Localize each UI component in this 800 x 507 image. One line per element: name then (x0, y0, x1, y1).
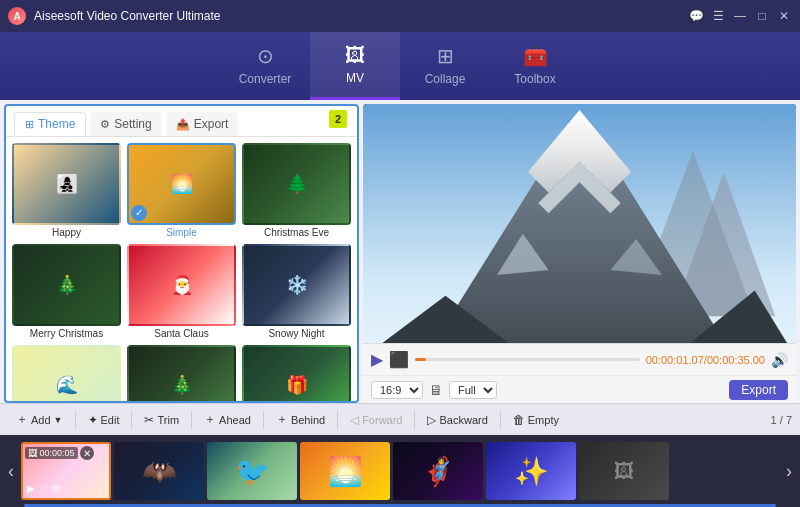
empty-label: Empty (528, 414, 559, 426)
panel-tab-export[interactable]: 📤 Export (166, 112, 239, 136)
theme-item-christmas-tree[interactable]: 🎄 Christmas Tree (127, 345, 236, 402)
theme-item-simple[interactable]: 🌅 ✓ Simple (127, 143, 236, 238)
theme-item-christmas-eve[interactable]: 🌲 Christmas Eve (242, 143, 351, 238)
preview-controls: ▶ ⬛ 00:00:01.07/00:00:35.00 🔊 (363, 343, 796, 375)
setting-tab-icon: ⚙ (100, 118, 110, 131)
behind-label: Behind (291, 414, 325, 426)
theme-thumb-santa-claus: 🎅 (127, 244, 236, 326)
selected-check-icon: ✓ (131, 205, 147, 221)
theme-item-snowy-night[interactable]: ❄️ Snowy Night (242, 244, 351, 339)
preview-area (363, 104, 796, 343)
ahead-button[interactable]: ＋ Ahead (196, 408, 259, 431)
title-bar: A Aiseesoft Video Converter Ultimate 💬 ☰… (0, 0, 800, 32)
menu-button[interactable]: ☰ (710, 8, 726, 24)
title-bar-controls: 💬 ☰ — □ ✕ (688, 8, 792, 24)
christmas-eve-preview: 🌲 (244, 145, 349, 223)
timeline-item-2[interactable]: 🦇 (114, 442, 204, 500)
theme-label-simple: Simple (166, 227, 197, 238)
export-tab-icon: 📤 (176, 118, 190, 131)
empty-button[interactable]: 🗑 Empty (505, 410, 567, 430)
trim-icon: ✂ (144, 413, 154, 427)
tab-toolbox[interactable]: 🧰 Toolbox (490, 32, 580, 100)
stripes-preview: 🌊 (14, 347, 119, 402)
theme-item-happy[interactable]: 👩‍👧‍👦 Happy (12, 143, 121, 238)
panel-tabs: ⊞ Theme ⚙ Setting 📤 Export 2 (6, 106, 357, 137)
page-indicator: 1 / 7 (771, 414, 792, 426)
play-button[interactable]: ▶ (371, 350, 383, 369)
backward-icon: ▷ (427, 413, 436, 427)
santa-preview: 🎅 (129, 246, 234, 324)
converter-icon: ⊙ (257, 44, 274, 68)
add-icon: ＋ (16, 411, 28, 428)
timeline-item-6[interactable]: ✨ (486, 442, 576, 500)
tab-mv-label: MV (346, 71, 364, 85)
timeline-item-7[interactable]: 🖼 (579, 442, 669, 500)
theme-label-christmas-eve: Christmas Eve (264, 227, 329, 238)
left-panel: ⊞ Theme ⚙ Setting 📤 Export 2 👩‍👧‍👦 (4, 104, 359, 403)
theme-item-santa-claus[interactable]: 🎅 Santa Claus (127, 244, 236, 339)
behind-button[interactable]: ＋ Behind (268, 408, 333, 431)
theme-thumb-snowy-night: ❄️ (242, 244, 351, 326)
timeline: ‹ 🖼 00:00:05 ✕ ▶ ☆ ⚙ 🦇 🐦 (0, 435, 800, 507)
edit-button[interactable]: ✦ Edit (80, 410, 128, 430)
backward-button[interactable]: ▷ Backward (419, 410, 495, 430)
theme-thumb-beautiful-christmas: 🎁 (242, 345, 351, 402)
backward-label: Backward (439, 414, 487, 426)
timeline-next[interactable]: › (782, 461, 796, 482)
timeline-item-1[interactable]: 🖼 00:00:05 ✕ ▶ ☆ ⚙ (21, 442, 111, 500)
theme-item-stripes-waves[interactable]: 🌊 Stripes & Waves (12, 345, 121, 402)
theme-thumb-happy: 👩‍👧‍👦 (12, 143, 121, 225)
app-logo: A (8, 7, 26, 25)
toolbar-sep-5 (337, 411, 338, 429)
volume-icon[interactable]: 🔊 (771, 352, 788, 368)
maximize-button[interactable]: □ (754, 8, 770, 24)
timeline-item-4[interactable]: 🌅 (300, 442, 390, 500)
theme-item-beautiful-christmas[interactable]: 🎁 Beautiful Christmas (242, 345, 351, 402)
main-content: ⊞ Theme ⚙ Setting 📤 Export 2 👩‍👧‍👦 (0, 100, 800, 507)
beautiful-preview: 🎁 (244, 347, 349, 402)
add-label: Add (31, 414, 51, 426)
add-dropdown-icon: ▼ (54, 415, 63, 425)
panel-tab-theme[interactable]: ⊞ Theme (14, 112, 86, 136)
app-title: Aiseesoft Video Converter Ultimate (34, 9, 688, 23)
timeline-item-5[interactable]: 🦸 (393, 442, 483, 500)
theme-grid: 👩‍👧‍👦 Happy 🌅 ✓ Simple 🌲 (6, 137, 357, 401)
happy-preview: 👩‍👧‍👦 (14, 145, 119, 223)
toolbar-sep-6 (414, 411, 415, 429)
setting-tab-label: Setting (114, 117, 151, 131)
tab-collage[interactable]: ⊞ Collage (400, 32, 490, 100)
time-current: 00:00:01.07 (646, 354, 704, 366)
close-button[interactable]: ✕ (776, 8, 792, 24)
zoom-select[interactable]: Full (449, 381, 497, 399)
minimize-button[interactable]: — (732, 8, 748, 24)
merry-christmas-preview: 🎄 (14, 246, 119, 324)
forward-icon: ◁ (350, 413, 359, 427)
forward-button[interactable]: ◁ Forward (342, 410, 410, 430)
chat-button[interactable]: 💬 (688, 8, 704, 24)
toolbox-icon: 🧰 (523, 44, 548, 68)
theme-item-merry-christmas[interactable]: 🎄 Merry Christmas (12, 244, 121, 339)
time-display: 00:00:01.07/00:00:35.00 (646, 354, 765, 366)
timeline-item-3[interactable]: 🐦 (207, 442, 297, 500)
trim-button[interactable]: ✂ Trim (136, 410, 187, 430)
tl-time-1: 🖼 00:00:05 (25, 447, 78, 459)
aspect-ratio-select[interactable]: 16:9 (371, 381, 423, 399)
progress-bar[interactable] (415, 358, 640, 361)
panel-tab-setting[interactable]: ⚙ Setting (90, 112, 161, 136)
add-button[interactable]: ＋ Add ▼ (8, 408, 71, 431)
tl-overlay-1: 🖼 00:00:05 ✕ (25, 446, 109, 460)
empty-icon: 🗑 (513, 413, 525, 427)
stop-button[interactable]: ⬛ (389, 350, 409, 369)
export-tab-label: Export (194, 117, 229, 131)
toolbar-sep-4 (263, 411, 264, 429)
tab-mv[interactable]: 🖼 MV (310, 32, 400, 100)
tab-converter[interactable]: ⊙ Converter (220, 32, 310, 100)
ahead-icon: ＋ (204, 411, 216, 428)
snowy-preview: ❄️ (244, 246, 349, 324)
timeline-prev[interactable]: ‹ (4, 461, 18, 482)
trim-label: Trim (157, 414, 179, 426)
behind-icon: ＋ (276, 411, 288, 428)
tl-close-1[interactable]: ✕ (80, 446, 94, 460)
theme-thumb-merry-christmas: 🎄 (12, 244, 121, 326)
export-button[interactable]: Export (729, 380, 788, 400)
